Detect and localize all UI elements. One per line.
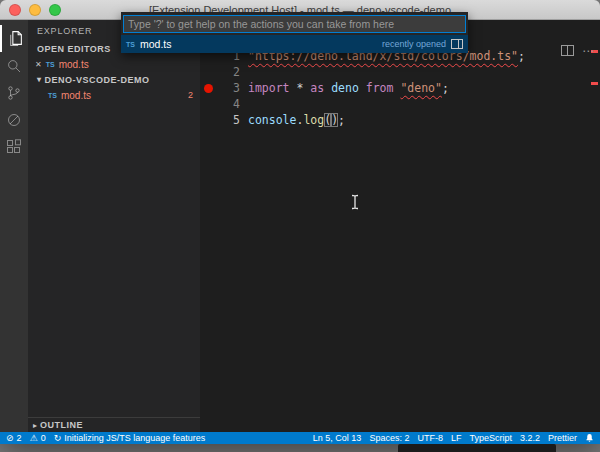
bell-icon[interactable] <box>585 433 594 443</box>
encoding[interactable]: UTF-8 <box>417 433 443 443</box>
quick-open-widget: TS mod.ts recently opened <box>121 12 468 53</box>
code-text: import * as deno from "deno"; <box>240 80 449 96</box>
text-cursor-pointer <box>350 194 360 210</box>
status-right: Ln 5, Col 13Spaces: 2UTF-8LFTypeScript3.… <box>313 433 594 443</box>
language-mode[interactable]: TypeScript <box>469 433 512 443</box>
code-token: ; <box>338 113 345 127</box>
chevron-down-icon: ▾ <box>37 75 42 84</box>
search-activity-button[interactable] <box>0 52 28 79</box>
outline-section-header[interactable]: ▸ OUTLINE <box>28 417 200 432</box>
code-token: deno <box>331 81 359 95</box>
code-text <box>240 64 248 80</box>
status-item-label: Ln 5, Col 13 <box>313 433 362 443</box>
code-token: ; <box>518 49 525 63</box>
open-to-side-icon[interactable] <box>451 39 463 49</box>
code-token: import <box>248 81 290 95</box>
activity-bar <box>0 20 28 432</box>
code-line[interactable]: 2 <box>200 64 600 80</box>
tree-item-modts[interactable]: TS mod.ts 2 <box>28 87 200 103</box>
quick-open-input[interactable] <box>123 15 466 33</box>
extensions-icon <box>6 139 22 155</box>
breakpoint-gutter[interactable] <box>200 64 216 80</box>
code-token: "deno" <box>400 81 442 95</box>
status-item-label: 0 <box>41 433 46 443</box>
status-item-label: TypeScript <box>469 433 512 443</box>
quick-open-selected-item[interactable]: TS mod.ts recently opened <box>121 35 468 53</box>
code-text: console.log(); <box>240 112 345 128</box>
code-line[interactable]: 3import * as deno from "deno"; <box>200 80 600 96</box>
chevron-right-icon: ▸ <box>33 421 37 430</box>
extensions-activity-button[interactable] <box>0 133 28 160</box>
code-token: * <box>290 81 311 95</box>
code-token: from <box>366 81 394 95</box>
status-item-label: UTF-8 <box>417 433 443 443</box>
explorer-activity-button[interactable] <box>0 25 28 52</box>
quick-open-item-hint: recently opened <box>382 39 446 49</box>
source-control-icon <box>6 85 22 101</box>
zoom-window-button[interactable] <box>49 4 61 16</box>
tree-file-label: mod.ts <box>61 90 91 101</box>
debug-activity-button[interactable] <box>0 106 28 133</box>
background-dock-fragment <box>398 444 556 452</box>
close-icon[interactable]: ✕ <box>35 60 42 69</box>
code-token: console <box>248 113 296 127</box>
traffic-lights <box>9 4 61 16</box>
cursor-position[interactable]: Ln 5, Col 13 <box>313 433 362 443</box>
quick-open-item-label: mod.ts <box>140 38 172 50</box>
code-token <box>359 81 366 95</box>
formatter[interactable]: Prettier <box>548 433 577 443</box>
indentation[interactable]: Spaces: 2 <box>369 433 409 443</box>
folder-section-header[interactable]: ▾ DENO-VSCODE-DEMO <box>28 72 200 87</box>
open-editor-file-label: mod.ts <box>59 59 89 70</box>
warning-icon: ⚠ <box>30 433 38 443</box>
line-number: 2 <box>216 64 240 80</box>
breakpoint-gutter[interactable] <box>200 96 216 112</box>
explorer-icon <box>7 30 24 47</box>
typescript-file-icon: TS <box>46 61 55 68</box>
error-icon: ⊘ <box>6 433 14 443</box>
source-control-activity-button[interactable] <box>0 79 28 106</box>
code-line[interactable]: 5console.log(); <box>200 112 600 128</box>
code-token: log <box>303 113 324 127</box>
code-text <box>240 96 248 112</box>
code-line[interactable]: 4 <box>200 96 600 112</box>
search-icon <box>6 58 22 74</box>
problems-count-badge: 2 <box>188 90 200 100</box>
close-window-button[interactable] <box>9 4 21 16</box>
status-item-label: LF <box>451 433 462 443</box>
split-editor-icon[interactable] <box>561 45 574 56</box>
status-item-label: Prettier <box>548 433 577 443</box>
breakpoint-gutter[interactable] <box>200 112 216 128</box>
overview-ruler-error-mark <box>591 82 598 85</box>
line-number: 4 <box>216 96 240 112</box>
language-status[interactable]: ↻Initializing JS/TS language features <box>54 433 206 443</box>
error-count[interactable]: ⊘2 <box>6 433 22 443</box>
line-number: 3 <box>216 80 240 96</box>
status-item-label: 3.2.2 <box>520 433 540 443</box>
warning-count[interactable]: ⚠0 <box>30 433 46 443</box>
status-item-label: 2 <box>17 433 22 443</box>
explorer-sidebar: EXPLORER OPEN EDITORS ✕ TS mod.ts ▾ DENO… <box>28 20 200 432</box>
vscode-window: [Extension Development Host] - mod.ts — … <box>0 0 600 444</box>
eol[interactable]: LF <box>451 433 462 443</box>
code-editor[interactable]: ⋯ 1"https://deno.land/x/std/colors/mod.t… <box>200 20 600 432</box>
breakpoint-dot[interactable] <box>204 84 213 93</box>
status-left: ⊘2⚠0↻Initializing JS/TS language feature… <box>6 433 205 443</box>
breakpoint-gutter[interactable] <box>200 80 216 96</box>
minimize-window-button[interactable] <box>29 4 41 16</box>
code-token: as <box>310 81 324 95</box>
code-token: ; <box>442 81 449 95</box>
open-editor-item[interactable]: ✕ TS mod.ts <box>28 56 200 72</box>
editor-lines: 1"https://deno.land/x/std/colors/mod.ts"… <box>200 48 600 128</box>
sync-icon: ↻ <box>54 433 62 443</box>
line-number: 5 <box>216 112 240 128</box>
typescript-file-icon: TS <box>126 41 135 48</box>
typescript-file-icon: TS <box>48 92 57 99</box>
status-item-label: Initializing JS/TS language features <box>64 433 205 443</box>
ts-version[interactable]: 3.2.2 <box>520 433 540 443</box>
debug-icon <box>6 112 22 128</box>
status-bar: ⊘2⚠0↻Initializing JS/TS language feature… <box>0 432 600 444</box>
more-actions-icon[interactable]: ⋯ <box>582 46 594 56</box>
status-item-label: Spaces: 2 <box>369 433 409 443</box>
